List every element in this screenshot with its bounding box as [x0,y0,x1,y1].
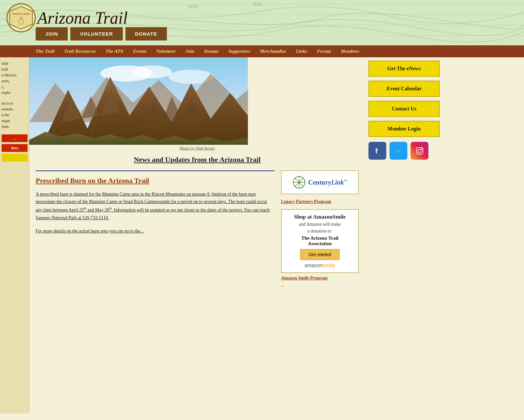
sidebar-btn-1[interactable]: ... [2,134,28,142]
article-body-2: For more details on the actual burn area… [36,227,274,235]
sidebar-description: mile trail n Mexico serts, s, eople. [2,61,27,96]
svg-text:9200: 9200 [253,2,263,7]
twitter-icon[interactable]: 🐦 [390,142,407,160]
header-buttons: JOIN VOLUNTEER DONATE [36,27,167,40]
svg-point-8 [133,65,172,78]
nav-item-the-ata[interactable]: The ATA [106,49,123,54]
svg-text:ARIZONA TRAIL: ARIZONA TRAIL [12,13,30,15]
instagram-svg [415,146,425,156]
join-button[interactable]: JOIN [36,27,68,40]
amazon-smile-link[interactable]: Amazon Smile Program [281,276,359,281]
main-nav: The Trail Trail Resources The ATA Events… [0,49,524,54]
amazon-org: The Arizona TrailAssociation [285,235,354,246]
separator: – [281,282,359,289]
facebook-svg: f [373,146,382,156]
social-icons: f 🐦 [368,142,521,160]
content-row: Prescribed Burn on the Arizona Trail A p… [29,167,365,292]
article-title[interactable]: Prescribed Burn on the Arizona Trail [36,176,274,186]
photo-credit[interactable]: Photos by Matt Berger [29,145,365,152]
news-title: News and Updates from the Arizona Trail [36,155,359,164]
nav-item-join[interactable]: Join [185,49,194,54]
nav-item-forum[interactable]: Forum [317,49,331,54]
instagram-icon[interactable] [411,142,428,160]
nav-item-donate[interactable]: Donate [204,49,219,54]
centurylink-name: CenturyLink™ [308,179,347,186]
svg-text:ATA: ATA [19,17,23,19]
article-section: Prescribed Burn on the Arizona Trail A p… [36,170,274,289]
nav-bar: The Trail Trail Resources The ATA Events… [0,45,524,57]
hero-image [29,57,248,145]
amazon-sub1: and Amazon will make [285,222,354,227]
amazon-title: Shop at AmazonSmile [285,214,354,220]
nav-item-trail-resources[interactable]: Trail Resources [64,49,96,54]
nav-item-links[interactable]: Links [296,49,307,54]
nav-item-supporters[interactable]: Supporters [228,49,250,54]
ad-section: CenturyLink™ Legacy Partners Program Sho… [281,170,359,289]
article-title-link[interactable]: Prescribed Burn on the Arizona Trail [36,176,149,185]
legacy-partners-link[interactable]: Legacy Partners Program [281,199,359,204]
svg-point-31 [421,148,423,149]
svg-point-26 [297,181,301,184]
svg-point-30 [418,149,421,153]
amazon-smile-brand: amazonsmile [285,263,354,268]
article-body: A prescribed burn is planned for the Man… [36,190,274,222]
centurylink-ad: CenturyLink™ [281,170,359,194]
contact-us-button[interactable]: Contact Us [368,101,440,117]
main-wrapper: mile trail n Mexico serts, s, eople. on … [0,57,524,414]
logo-badge: ARIZONA TRAIL ATA [6,3,36,32]
event-calendar-button[interactable]: Event Calendar [368,81,440,97]
amazon-get-started-button[interactable]: Get started [300,249,339,260]
sidebar-mission: on is to romote, n the nique land. [2,100,27,130]
sidebar-btn-yellow[interactable] [2,154,28,162]
right-sidebar: Get The eNews Event Calendar Contact Us … [365,57,524,414]
centurylink-logo: CenturyLink™ [286,176,353,189]
nav-item-merchandise[interactable]: Merchandise [260,49,286,54]
svg-text:6600: 6600 [188,4,198,9]
svg-text:f: f [375,147,378,155]
nav-item-members[interactable]: Members [341,49,359,54]
svg-text:🐦: 🐦 [395,148,402,155]
centurylink-wheel-icon [293,176,306,189]
sidebar-btn-activities[interactable]: ities [2,144,28,152]
center-content: Photos by Matt Berger News and Updates f… [29,57,365,414]
twitter-svg: 🐦 [394,146,403,156]
volunteer-button[interactable]: VOLUNTEER [70,27,123,40]
nav-item-events[interactable]: Events [133,49,146,54]
nav-item-volunteer[interactable]: Volunteer [156,49,176,54]
amazon-ad: Shop at AmazonSmile and Amazon will make… [281,209,359,273]
donate-button[interactable]: DONATE [125,27,167,40]
get-enews-button[interactable]: Get The eNews [368,61,440,77]
nav-item-the-trail[interactable]: The Trail [36,49,54,54]
left-sidebar: mile trail n Mexico serts, s, eople. on … [0,57,29,414]
header: 6600 9200 ARIZONA TRAIL ATA Arizona Trai… [0,0,524,45]
member-login-button[interactable]: Member Login [368,121,440,137]
amazon-sub2: a donation to: [285,229,354,234]
facebook-icon[interactable]: f [368,142,386,160]
logo-text: Arizona Trail [37,8,128,28]
